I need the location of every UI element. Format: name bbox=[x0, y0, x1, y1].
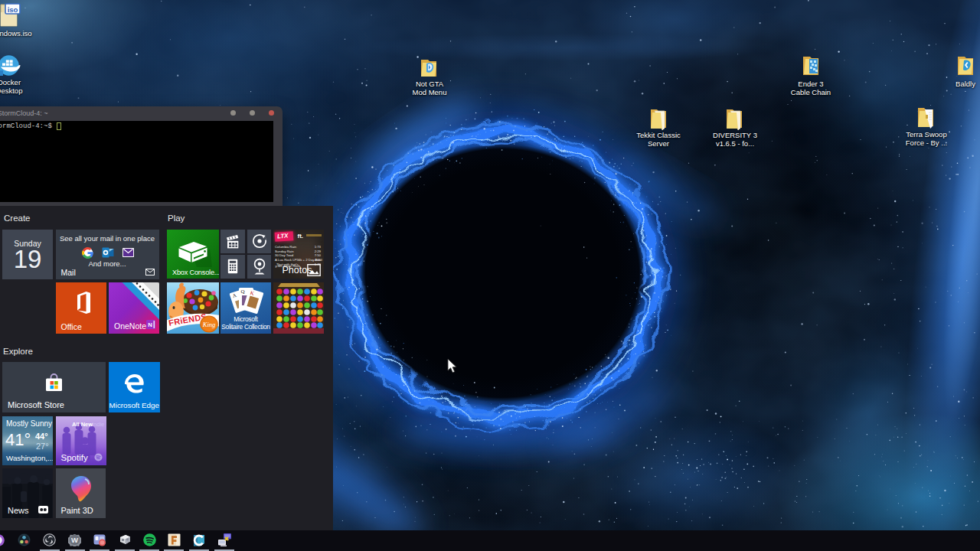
svg-text:7:50: 7:50 bbox=[314, 253, 321, 257]
svg-text:2:29: 2:29 bbox=[314, 249, 321, 253]
svg-text:30 Day Toad: 30 Day Toad bbox=[275, 253, 294, 257]
svg-text:1:73: 1:73 bbox=[314, 245, 321, 249]
svg-text:Sunday Rain: Sunday Rain bbox=[275, 249, 294, 253]
svg-text:Indie: Indie bbox=[92, 421, 104, 428]
svg-text:iso: iso bbox=[8, 5, 18, 14]
svg-text:W: W bbox=[71, 536, 78, 544]
svg-text:4:66: 4:66 bbox=[314, 257, 321, 261]
svg-text:N: N bbox=[148, 321, 152, 328]
svg-text:Columbia Rain: Columbia Rain bbox=[275, 245, 297, 249]
svg-text:Q: Q bbox=[241, 289, 245, 295]
svg-text:All New: All New bbox=[72, 421, 93, 428]
svg-text:King: King bbox=[202, 320, 216, 328]
